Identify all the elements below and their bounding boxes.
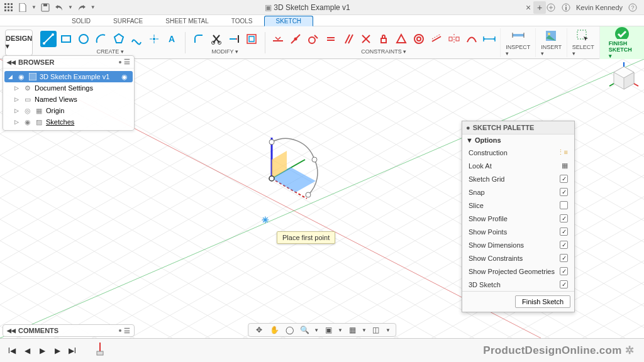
orbit-icon[interactable]: ✥ <box>253 324 265 336</box>
palette-title[interactable]: ●SKETCH PALETTE <box>462 121 574 134</box>
palette-row-3d-sketch[interactable]: 3D Sketch <box>462 278 574 291</box>
spline-tool-icon[interactable] <box>128 31 145 47</box>
fix-constraint-icon[interactable] <box>375 31 392 47</box>
timeline-prev-icon[interactable]: ◀ <box>21 346 33 355</box>
palette-row-show-constraints[interactable]: Show Constraints <box>462 251 574 265</box>
new-file-icon[interactable] <box>18 3 28 13</box>
viewports-icon[interactable]: ◫ <box>370 324 382 336</box>
timeline-feature-icon[interactable] <box>94 343 106 359</box>
grid-icon[interactable]: ▦ <box>347 324 358 336</box>
coincident-constraint-icon[interactable] <box>287 31 304 47</box>
app-grid-icon[interactable] <box>4 3 14 13</box>
perpendicular-constraint-icon[interactable] <box>358 31 374 47</box>
trim-tool-icon[interactable] <box>208 31 225 47</box>
arc-tool-icon[interactable] <box>93 31 109 47</box>
tangent-constraint-icon[interactable] <box>305 31 321 47</box>
pan-icon[interactable]: ✋ <box>269 324 280 336</box>
parallel-constraint-icon[interactable] <box>340 31 357 47</box>
checkbox[interactable] <box>560 188 568 196</box>
tab-sheetmetal[interactable]: SHEET METAL <box>154 16 220 26</box>
visibility-icon[interactable]: ◎ <box>23 106 32 115</box>
help-icon[interactable]: ? <box>628 3 638 13</box>
finish-sketch-button[interactable]: FINISH SKETCH ▾ <box>599 26 644 59</box>
panel-pin-icon[interactable] <box>119 329 121 332</box>
palette-row-sketch-grid[interactable]: Sketch Grid <box>462 172 574 185</box>
redo-caret[interactable]: ▼ <box>91 4 96 10</box>
browser-item-origin[interactable]: ▷ ◎ ▦ Origin <box>3 105 134 116</box>
close-tab-icon[interactable]: × <box>523 3 533 13</box>
panel-options-icon[interactable]: ☰ <box>124 58 130 66</box>
browser-root[interactable]: ◢ ◉ 3D Sketch Example v1 ◉ <box>4 71 133 82</box>
checkbox[interactable] <box>560 241 568 249</box>
checkbox[interactable] <box>560 228 568 236</box>
horizontal-constraint-icon[interactable] <box>270 31 286 47</box>
circle-tool-icon[interactable] <box>75 31 92 47</box>
fillet-tool-icon[interactable] <box>191 31 207 47</box>
select-button[interactable]: SELECT ▾ <box>567 28 599 57</box>
checkbox[interactable] <box>560 267 568 275</box>
point-tool-icon[interactable] <box>146 31 162 47</box>
timeline-play-icon[interactable]: ▶ <box>36 346 48 355</box>
polygon-tool-icon[interactable] <box>111 31 127 47</box>
curvature-constraint-icon[interactable] <box>464 31 480 47</box>
undo-caret[interactable]: ▼ <box>68 4 73 10</box>
browser-item-sketches[interactable]: ▷ ◉ ▨ Sketches <box>3 116 134 128</box>
view-cube[interactable] <box>608 62 640 94</box>
constraints-label[interactable]: CONSTRAINTS ▾ <box>361 48 406 55</box>
midpoint-constraint-icon[interactable] <box>393 31 409 47</box>
palette-row-show-profile[interactable]: Show Profile <box>462 212 574 225</box>
palette-row-construction[interactable]: Construction⋮≡ <box>462 146 574 159</box>
text-tool-icon[interactable]: A <box>164 31 180 47</box>
browser-item-named-views[interactable]: ▷ ▭ Named Views <box>3 94 134 105</box>
redo-icon[interactable] <box>77 3 87 13</box>
construction-icon[interactable]: ⋮≡ <box>557 148 568 156</box>
comments-panel[interactable]: ◀◀ COMMENTS ☰ <box>3 324 135 337</box>
collinear-constraint-icon[interactable] <box>428 31 445 47</box>
new-file-caret[interactable]: ▼ <box>31 4 36 10</box>
panel-pin-icon[interactable] <box>119 61 121 63</box>
tab-surface[interactable]: SURFACE <box>102 16 154 26</box>
notifications-icon[interactable] <box>561 3 571 13</box>
palette-row-snap[interactable]: Snap <box>462 185 574 199</box>
checkbox[interactable] <box>560 214 568 222</box>
timeline-start-icon[interactable]: I◀ <box>6 346 18 355</box>
timeline-end-icon[interactable]: ▶I <box>67 346 78 355</box>
zoom-icon[interactable]: 🔍 <box>299 324 310 336</box>
palette-row-look-at[interactable]: Look At▦ <box>462 159 574 172</box>
display-icon[interactable]: ▣ <box>323 324 334 336</box>
user-name[interactable]: Kevin Kennedy <box>576 4 623 11</box>
extensions-icon[interactable] <box>546 3 556 13</box>
insert-button[interactable]: INSERT ▾ <box>535 28 567 57</box>
equal-constraint-icon[interactable] <box>323 31 339 47</box>
concentric-constraint-icon[interactable] <box>411 31 427 47</box>
undo-icon[interactable] <box>54 3 64 13</box>
palette-options-header[interactable]: ▼ Options <box>462 134 574 146</box>
lookat-icon[interactable]: ◯ <box>284 324 295 336</box>
browser-item-document-settings[interactable]: ▷ ⚙ Document Settings <box>3 82 134 94</box>
new-tab-button[interactable]: + <box>533 1 546 14</box>
palette-finish-button[interactable]: Finish Sketch <box>515 295 570 308</box>
palette-row-show-projected-geometries[interactable]: Show Projected Geometries <box>462 265 574 278</box>
timeline-next-icon[interactable]: ▶ <box>52 346 63 355</box>
save-icon[interactable] <box>40 3 50 13</box>
symmetry-constraint-icon[interactable] <box>446 31 462 47</box>
inspect-button[interactable]: INSPECT ▾ <box>500 28 535 57</box>
lookat-icon[interactable]: ▦ <box>562 162 568 170</box>
radio-icon[interactable]: ◉ <box>120 72 129 81</box>
dimension-tool-icon[interactable] <box>481 31 497 47</box>
modify-label[interactable]: MODIFY ▾ <box>212 48 238 55</box>
extend-tool-icon[interactable] <box>226 31 242 47</box>
workspace-switcher[interactable]: DESIGN ▾ <box>5 30 33 56</box>
browser-title[interactable]: ◀◀ BROWSER ☰ <box>3 56 134 69</box>
visibility-icon[interactable]: ◉ <box>17 72 26 81</box>
palette-row-show-points[interactable]: Show Points <box>462 225 574 238</box>
tab-solid[interactable]: SOLID <box>60 16 102 26</box>
line-tool-icon[interactable] <box>40 31 57 47</box>
checkbox[interactable] <box>560 201 568 209</box>
offset-tool-icon[interactable] <box>243 31 260 47</box>
checkbox[interactable] <box>560 175 568 183</box>
rectangle-tool-icon[interactable] <box>58 31 74 47</box>
visibility-icon[interactable]: ◉ <box>23 118 32 126</box>
checkbox[interactable] <box>560 254 568 262</box>
palette-row-slice[interactable]: Slice <box>462 199 574 212</box>
